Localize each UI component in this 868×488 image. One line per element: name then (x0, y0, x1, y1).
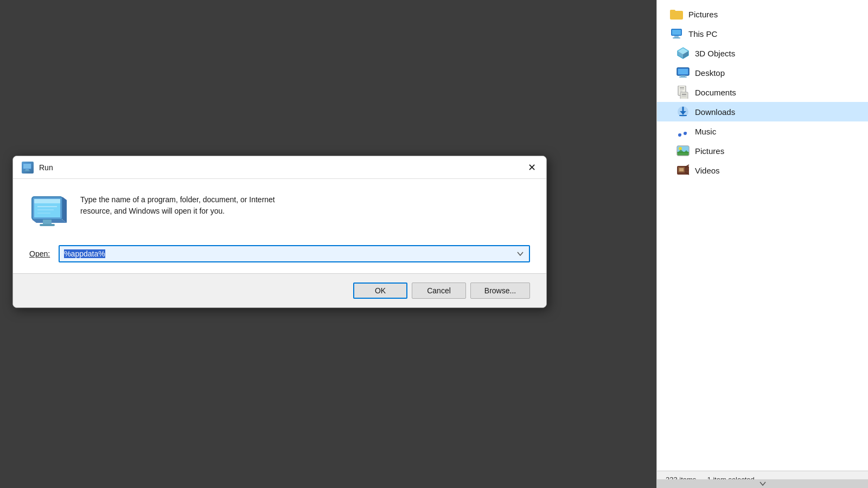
thispc-icon (670, 27, 683, 40)
sidebar-item-music[interactable]: Music (657, 121, 868, 141)
run-dialog: Run ✕ (12, 156, 547, 308)
dialog-open-row: Open: (13, 241, 546, 273)
sidebar-item-label: Desktop (695, 68, 725, 78)
svg-point-25 (679, 147, 682, 150)
sidebar-item-3dobjects[interactable]: 3D Objects (657, 43, 868, 63)
sidebar-item-label: Videos (695, 166, 720, 175)
svg-rect-13 (679, 76, 687, 78)
svg-rect-38 (24, 170, 30, 171)
svg-rect-4 (674, 36, 679, 37)
sidebar-item-label: This PC (688, 29, 717, 38)
sidebar-item-desktop[interactable]: Desktop (657, 63, 868, 82)
sidebar-item-label: 3D Objects (695, 49, 735, 58)
svg-rect-42 (43, 220, 52, 224)
sidebar-item-label: Pictures (695, 146, 724, 156)
pictures-icon (676, 144, 690, 157)
dialog-close-button[interactable]: ✕ (524, 159, 540, 176)
cancel-button[interactable]: Cancel (412, 282, 466, 299)
svg-rect-36 (23, 164, 31, 169)
sidebar-item-label: Pictures (688, 10, 718, 19)
open-input-wrapper (59, 245, 530, 262)
svg-rect-5 (673, 37, 680, 38)
dialog-title-area: Run (22, 162, 53, 174)
open-label: Open: (29, 249, 50, 258)
description-line2: resource, and Windows will open it for y… (80, 207, 225, 215)
open-input[interactable] (64, 249, 514, 258)
sidebar-item-pictures-top[interactable]: Pictures (657, 4, 868, 24)
open-dropdown-button[interactable] (514, 247, 527, 260)
dialog-titlebar: Run ✕ (13, 156, 546, 179)
run-dialog-icon (22, 162, 34, 174)
description-line1: Type the name of a program, folder, docu… (80, 195, 275, 204)
dialog-body: Type the name of a program, folder, docu… (13, 179, 546, 241)
videos-icon (676, 164, 690, 177)
svg-rect-1 (670, 10, 675, 13)
browse-button[interactable]: Browse... (470, 282, 530, 299)
dialog-title-text: Run (39, 163, 53, 172)
documents-icon (676, 86, 690, 99)
svg-rect-43 (40, 224, 55, 226)
music-icon (676, 125, 690, 138)
folder-pictures-icon (670, 8, 683, 21)
svg-rect-24 (677, 146, 689, 156)
svg-rect-29 (679, 168, 684, 171)
file-explorer-panel: Pictures This PC (656, 0, 868, 488)
svg-rect-37 (25, 169, 29, 170)
sidebar-item-thispc[interactable]: This PC (657, 24, 868, 43)
explorer-nav-list: Pictures This PC (657, 0, 868, 471)
sidebar-item-label: Downloads (695, 107, 735, 117)
downloads-icon (676, 105, 690, 118)
svg-rect-12 (681, 75, 685, 76)
run-app-icon-large (29, 192, 67, 230)
svg-rect-11 (678, 69, 688, 74)
sidebar-item-videos[interactable]: Videos (657, 160, 868, 180)
sidebar-item-documents[interactable]: Documents (657, 82, 868, 102)
dialog-description: Type the name of a program, folder, docu… (80, 192, 530, 217)
ok-button[interactable]: OK (353, 282, 407, 299)
svg-rect-41 (34, 199, 60, 203)
sidebar-item-label: Music (695, 127, 716, 136)
3dobjects-icon (676, 47, 690, 60)
dialog-footer: OK Cancel Browse... (13, 273, 546, 307)
sidebar-item-label: Documents (695, 88, 736, 97)
svg-rect-3 (672, 30, 681, 35)
svg-rect-19 (680, 92, 688, 99)
desktop-icon (676, 66, 690, 79)
sidebar-item-downloads[interactable]: Downloads (657, 102, 868, 121)
sidebar-item-pictures[interactable]: Pictures (657, 141, 868, 160)
scrollbar-down-arrow[interactable] (657, 479, 868, 488)
desktop: Pictures This PC (0, 0, 868, 488)
